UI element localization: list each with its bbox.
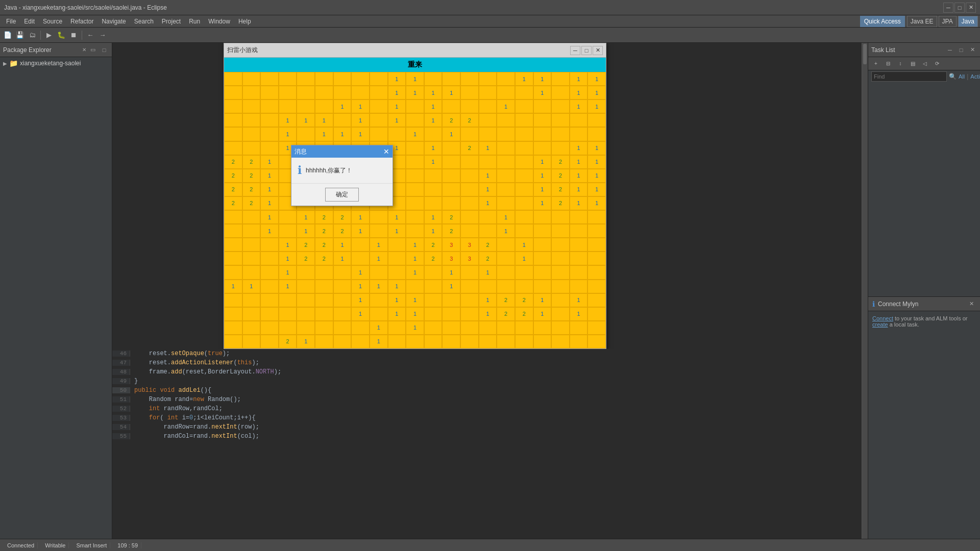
grid-cell[interactable]: 1 — [351, 265, 370, 279]
grid-cell[interactable] — [406, 99, 424, 113]
grid-cell[interactable] — [551, 293, 570, 307]
grid-cell[interactable]: 1 — [388, 307, 406, 321]
grid-cell[interactable] — [242, 141, 261, 155]
grid-cell[interactable]: 1 — [533, 293, 552, 307]
grid-cell[interactable] — [533, 335, 552, 348]
grid-cell[interactable] — [297, 86, 315, 99]
grid-cell[interactable]: 1 — [533, 307, 552, 321]
grid-cell[interactable] — [370, 265, 388, 279]
toolbar-save-all[interactable]: 🗂 — [27, 30, 38, 41]
grid-cell[interactable]: 1 — [570, 99, 588, 113]
toolbar-save[interactable]: 💾 — [14, 30, 26, 41]
grid-cell[interactable] — [260, 307, 279, 321]
grid-cell[interactable]: 1 — [297, 224, 315, 238]
quick-access-button[interactable]: Quick Access — [860, 16, 905, 27]
grid-cell[interactable] — [424, 196, 443, 210]
grid-cell[interactable] — [497, 335, 515, 348]
java-button[interactable]: Java — [958, 16, 978, 27]
grid-cell[interactable]: 1 — [533, 155, 552, 169]
task-group-btn[interactable]: ▤ — [907, 58, 918, 69]
grid-cell[interactable] — [333, 86, 352, 99]
grid-cell[interactable]: 2 — [515, 293, 533, 307]
grid-cell[interactable]: 1 — [424, 113, 443, 127]
grid-cell[interactable]: 2 — [424, 252, 443, 265]
grid-cell[interactable]: 1 — [587, 86, 606, 99]
grid-cell[interactable] — [315, 307, 333, 321]
grid-cell[interactable]: 3 — [460, 252, 479, 265]
toolbar-back[interactable]: ← — [85, 30, 96, 41]
grid-cell[interactable]: 1 — [587, 169, 606, 183]
grid-cell[interactable] — [460, 307, 479, 321]
grid-cell[interactable] — [497, 238, 515, 252]
grid-cell[interactable]: 1 — [533, 86, 552, 99]
grid-cell[interactable] — [515, 155, 533, 169]
grid-cell[interactable]: 2 — [279, 335, 297, 348]
grid-cell[interactable] — [370, 72, 388, 86]
grid-cell[interactable] — [442, 99, 460, 113]
grid-cell[interactable] — [497, 252, 515, 265]
grid-cell[interactable] — [570, 321, 588, 335]
task-filter-btn[interactable]: ⊟ — [883, 58, 894, 69]
grid-cell[interactable]: 1 — [442, 127, 460, 141]
grid-cell[interactable] — [297, 127, 315, 141]
task-sync-btn[interactable]: ⟳ — [932, 58, 943, 69]
grid-cell[interactable] — [406, 141, 424, 155]
grid-cell[interactable] — [479, 127, 497, 141]
grid-cell[interactable] — [533, 210, 552, 224]
grid-cell[interactable]: 1 — [388, 86, 406, 99]
grid-cell[interactable]: 1 — [497, 210, 515, 224]
grid-cell[interactable]: 1 — [315, 113, 333, 127]
grid-cell[interactable] — [260, 141, 279, 155]
grid-cell[interactable] — [515, 196, 533, 210]
grid-cell[interactable] — [224, 238, 242, 252]
grid-cell[interactable] — [515, 224, 533, 238]
grid-cell[interactable] — [515, 169, 533, 183]
grid-cell[interactable] — [551, 127, 570, 141]
grid-cell[interactable] — [551, 307, 570, 321]
menu-edit[interactable]: Edit — [20, 15, 39, 28]
grid-cell[interactable] — [333, 72, 352, 86]
maximize-button[interactable]: □ — [954, 3, 965, 13]
grid-cell[interactable] — [333, 307, 352, 321]
grid-cell[interactable]: 1 — [370, 335, 388, 348]
grid-cell[interactable] — [388, 252, 406, 265]
grid-cell[interactable]: 1 — [442, 265, 460, 279]
grid-cell[interactable] — [279, 86, 297, 99]
grid-cell[interactable]: 1 — [587, 155, 606, 169]
grid-cell[interactable]: 2 — [333, 224, 352, 238]
grid-cell[interactable]: 2 — [460, 141, 479, 155]
grid-cell[interactable]: 1 — [497, 224, 515, 238]
grid-cell[interactable]: 1 — [479, 265, 497, 279]
grid-cell[interactable] — [424, 72, 443, 86]
grid-cell[interactable] — [497, 155, 515, 169]
grid-cell[interactable] — [242, 265, 261, 279]
grid-cell[interactable] — [551, 86, 570, 99]
grid-cell[interactable] — [479, 155, 497, 169]
grid-cell[interactable]: 1 — [351, 293, 370, 307]
grid-cell[interactable] — [279, 210, 297, 224]
grid-cell[interactable] — [570, 238, 588, 252]
grid-cell[interactable]: 1 — [479, 293, 497, 307]
grid-cell[interactable] — [515, 210, 533, 224]
grid-cell[interactable] — [460, 321, 479, 335]
grid-cell[interactable]: 1 — [533, 183, 552, 196]
grid-cell[interactable]: 2 — [333, 210, 352, 224]
grid-cell[interactable]: 1 — [297, 113, 315, 127]
grid-cell[interactable] — [260, 127, 279, 141]
grid-cell[interactable] — [533, 280, 552, 293]
grid-cell[interactable]: 1 — [224, 280, 242, 293]
grid-cell[interactable] — [570, 335, 588, 348]
task-search-icon[interactable]: 🔍 — [949, 73, 957, 80]
grid-cell[interactable] — [551, 141, 570, 155]
grid-cell[interactable]: 1 — [260, 169, 279, 183]
minimize-button[interactable]: ─ — [943, 3, 953, 13]
grid-cell[interactable]: 2 — [551, 169, 570, 183]
task-collapse-btn[interactable]: ◁ — [919, 58, 930, 69]
grid-cell[interactable] — [587, 113, 606, 127]
grid-cell[interactable]: 1 — [351, 99, 370, 113]
menu-source[interactable]: Source — [39, 15, 66, 28]
grid-cell[interactable]: 1 — [570, 183, 588, 196]
grid-cell[interactable] — [279, 307, 297, 321]
grid-cell[interactable]: 1 — [406, 265, 424, 279]
grid-cell[interactable] — [388, 321, 406, 335]
